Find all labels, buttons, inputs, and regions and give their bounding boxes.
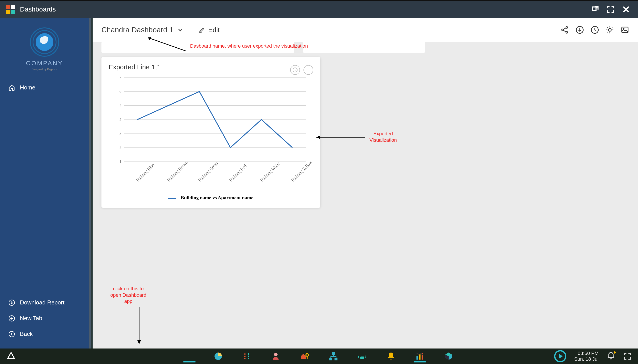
svg-point-11	[608, 28, 611, 31]
chart-x-labels: Building BlueBuilding BrownBuilding Gree…	[124, 164, 309, 190]
svg-rect-45	[419, 354, 421, 360]
clock-date: Sun, 18 Jul	[574, 356, 598, 362]
svg-text:2: 2	[119, 146, 121, 150]
gear-icon[interactable]	[606, 26, 614, 34]
card-menu-icon[interactable]	[303, 65, 313, 75]
taskbar-person-icon[interactable]	[271, 352, 280, 361]
svg-point-5	[9, 331, 15, 337]
taskbar-homekey-icon[interactable]	[300, 352, 309, 361]
annotation-exported: Exported Visualization	[369, 131, 397, 143]
svg-text:3: 3	[119, 131, 121, 136]
taskbar-barchart-icon[interactable]	[415, 352, 424, 361]
svg-text:4: 4	[119, 117, 121, 122]
svg-point-39	[306, 354, 308, 356]
sidebar-item-download[interactable]: Download Report	[0, 295, 89, 310]
svg-point-38	[274, 353, 278, 356]
chart-plot-area: 1234567	[109, 75, 313, 164]
company-name: COMPANY	[0, 60, 89, 67]
popout-icon[interactable]	[591, 5, 599, 13]
clock-icon[interactable]	[590, 26, 599, 34]
taskbar-pie-icon[interactable]	[214, 352, 223, 361]
sidebar-back-label: Back	[20, 330, 33, 338]
os-taskbar: 03:50 PM Sun, 18 Jul	[0, 348, 638, 364]
svg-rect-40	[332, 352, 335, 354]
home-icon	[9, 84, 15, 91]
window-title: Dashboards	[20, 6, 56, 13]
annotation-arrow-2	[312, 131, 369, 144]
close-icon[interactable]	[622, 5, 630, 13]
chart-title: Exported Line 1,1	[109, 63, 313, 71]
taskbar-cube-icon[interactable]	[444, 352, 453, 361]
svg-rect-43	[360, 357, 364, 359]
sidebar-download-label: Download Report	[20, 299, 65, 306]
download-icon	[9, 299, 15, 306]
company-tagline: Designed by Pegasus	[0, 68, 89, 71]
minimize-corners-icon[interactable]	[606, 5, 614, 13]
sidebar-item-home[interactable]: Home	[0, 80, 89, 96]
annotation-arrow-1	[137, 31, 214, 58]
chart-legend: Building name vs Apartment name	[109, 195, 313, 200]
annotation-taskbar: click on this to open Dashboard app	[110, 286, 146, 305]
clock-time: 03:50 PM	[574, 350, 598, 356]
company-logo: COMPANY Designed by Pegasus	[0, 18, 89, 73]
card-placeholder	[303, 42, 425, 53]
svg-rect-44	[416, 356, 418, 360]
svg-rect-41	[330, 358, 332, 360]
taskbar-brand-icon[interactable]	[554, 350, 566, 362]
annotation-arrow-3	[135, 304, 148, 349]
svg-marker-32	[316, 136, 320, 139]
taskbar-dashboard-app-icon[interactable]	[185, 352, 194, 361]
fullscreen-icon[interactable]	[623, 352, 631, 360]
sidebar-newtab-label: New Tab	[20, 315, 42, 322]
card-clock-icon[interactable]	[290, 65, 300, 75]
taskbar-network-icon[interactable]	[329, 352, 338, 361]
taskbar-wifi-icon[interactable]	[358, 352, 367, 361]
sidebar-home-label: Home	[20, 84, 35, 91]
chart-card: Exported Line 1,1 1234567 Building BlueB…	[102, 57, 320, 208]
svg-text:5: 5	[119, 104, 121, 108]
svg-text:7: 7	[119, 75, 121, 80]
taskbar-launcher-icon[interactable]	[7, 352, 16, 360]
svg-point-37	[248, 358, 249, 359]
svg-line-14	[148, 38, 186, 51]
svg-point-35	[248, 353, 249, 355]
svg-point-36	[248, 356, 249, 357]
taskbar-list-icon[interactable]	[243, 352, 251, 361]
plus-circle-icon	[9, 315, 15, 322]
svg-marker-34	[137, 340, 141, 344]
legend-color-swatch	[168, 198, 176, 198]
share-icon[interactable]	[560, 26, 569, 34]
taskbar-clock[interactable]: 03:50 PM Sun, 18 Jul	[574, 350, 598, 362]
taskbar-bell-icon[interactable]	[387, 352, 395, 361]
download-circle-icon[interactable]	[575, 26, 584, 34]
sidebar-item-newtab[interactable]: New Tab	[0, 310, 89, 326]
svg-text:1: 1	[119, 160, 121, 164]
sidebar-item-back[interactable]: Back	[0, 326, 89, 342]
svg-point-13	[623, 28, 624, 29]
back-circle-icon	[9, 331, 15, 338]
svg-rect-42	[335, 358, 337, 360]
app-logo-icon	[6, 5, 15, 14]
image-icon[interactable]	[621, 26, 629, 34]
sidebar: COMPANY Designed by Pegasus Home Downloa…	[0, 18, 91, 348]
svg-text:6: 6	[119, 89, 121, 94]
legend-label: Building name vs Apartment name	[181, 195, 253, 200]
